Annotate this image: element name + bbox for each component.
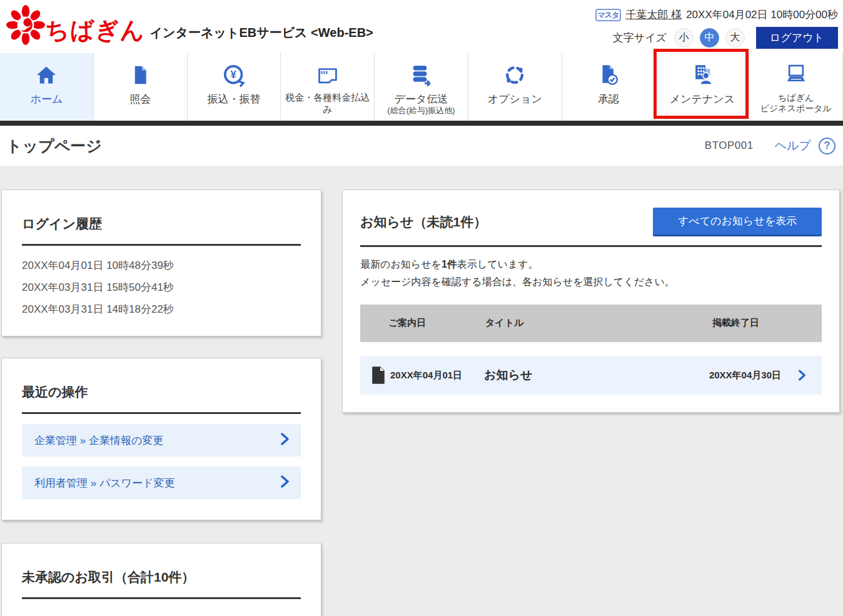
brand: ちばぎん インターネットEBサービス <Web-EB> <box>6 5 373 48</box>
nav-bottom-bar <box>0 121 843 126</box>
divider <box>360 245 822 247</box>
user-name-link[interactable]: 千葉太郎 様 <box>625 8 682 22</box>
font-size-small-button[interactable]: 小 <box>674 28 694 48</box>
recent-operations-card: 最近の操作 企業管理 » 企業情報の変更 利用者管理 » パスワード変更 <box>1 358 321 520</box>
recent-operations-title: 最近の操作 <box>22 383 301 401</box>
login-history-entry: 20XX年03月31日 14時18分22秒 <box>22 298 301 320</box>
maintenance-icon <box>690 61 715 89</box>
page-title-row: トップページ BTOP001 ヘルプ ? <box>0 126 843 166</box>
font-size-medium-button[interactable]: 中 <box>700 28 719 48</box>
notice-end-date: 20XX年04月30日 <box>709 370 781 381</box>
recent-operation-link-corporate[interactable]: 企業管理 » 企業情報の変更 <box>22 424 301 457</box>
main-navigation: ホーム 照会 ¥ 振込・振替 税金・各種料金払込み <box>0 53 843 121</box>
data-transfer-icon <box>409 61 434 89</box>
chevron-right-icon <box>280 475 290 491</box>
divider <box>22 244 301 246</box>
logout-button[interactable]: ログアウト <box>756 27 838 49</box>
header: ちばぎん インターネットEBサービス <Web-EB> マスタ 千葉太郎 様 2… <box>0 0 843 53</box>
notice-title: お知らせ <box>484 367 532 383</box>
notices-title: お知らせ（未読1件） <box>360 213 487 231</box>
font-size-large-button[interactable]: 大 <box>725 28 745 48</box>
column-header-title: タイトル <box>485 317 523 329</box>
main-content: ログイン履歴 20XX年04月01日 10時48分39秒 20XX年03月31日… <box>0 166 843 616</box>
master-badge: マスタ <box>595 9 622 21</box>
nav-item-business-portal[interactable]: ちばぎん ビジネスポータル <box>749 53 843 121</box>
nav-item-home[interactable]: ホーム <box>0 53 94 121</box>
chevron-right-icon <box>280 432 290 448</box>
nav-item-maintenance[interactable]: メンテナンス <box>655 53 749 121</box>
help-icon[interactable]: ? <box>819 138 835 154</box>
notice-file-icon <box>371 366 385 386</box>
login-history-entry: 20XX年03月31日 15時50分41秒 <box>22 276 301 298</box>
nav-item-inquiry[interactable]: 照会 <box>94 53 188 121</box>
divider <box>22 412 301 414</box>
approval-icon <box>597 61 620 89</box>
pending-transactions-title: 未承認のお取引（合計10件） <box>22 568 301 586</box>
options-icon <box>503 61 527 89</box>
recent-operation-link-user[interactable]: 利用者管理 » パスワード変更 <box>22 467 301 499</box>
column-header-end-date: 掲載終了日 <box>712 317 759 329</box>
notices-table-header: ご案内日 タイトル 掲載終了日 <box>360 305 822 342</box>
document-icon <box>129 61 151 89</box>
nav-item-options[interactable]: オプション <box>468 53 562 121</box>
divider <box>22 597 301 599</box>
login-history-title: ログイン履歴 <box>22 215 301 233</box>
page-title: トップページ <box>6 136 102 156</box>
page-code: BTOP001 <box>705 139 754 152</box>
font-size-label: 文字サイズ <box>613 31 667 45</box>
brand-name: ちばぎん <box>45 13 145 48</box>
nav-item-tax-payment[interactable]: 税金・各種料金払込み <box>281 53 375 121</box>
nav-item-approval[interactable]: 承認 <box>562 53 656 121</box>
chevron-right-icon <box>797 369 806 384</box>
show-all-notices-button[interactable]: すべてのお知らせを表示 <box>653 208 822 236</box>
notice-row[interactable]: 20XX年04月01日 お知らせ 20XX年04月30日 <box>360 356 822 395</box>
service-name: インターネットEBサービス <Web-EB> <box>150 24 373 41</box>
yen-transfer-icon: ¥ <box>221 61 246 89</box>
login-history-card: ログイン履歴 20XX年04月01日 10時48分39秒 20XX年03月31日… <box>1 189 321 336</box>
home-icon <box>34 61 58 89</box>
business-portal-icon <box>783 61 809 89</box>
notices-card: お知らせ（未読1件） すべてのお知らせを表示 最新のお知らせを1件表示しています… <box>342 189 840 413</box>
current-datetime: 20XX年04月02日 10時00分00秒 <box>686 8 838 22</box>
pending-transactions-card: 未承認のお取引（合計10件） <box>1 543 321 616</box>
payment-slip-icon <box>315 61 340 89</box>
notice-date: 20XX年04月01日 <box>390 370 462 381</box>
login-history-entry: 20XX年04月01日 10時48分39秒 <box>22 255 301 276</box>
nav-item-transfer[interactable]: ¥ 振込・振替 <box>188 53 281 121</box>
notices-description: 最新のお知らせを1件表示しています。 メッセージ内容を確認する場合は、各お知らせ… <box>360 256 822 291</box>
header-right: マスタ 千葉太郎 様 20XX年04月02日 10時00分00秒 文字サイズ 小… <box>595 8 838 49</box>
column-header-date: ご案内日 <box>388 317 426 329</box>
chibagin-flower-logo-icon <box>6 5 45 48</box>
nav-item-data-transmission[interactable]: データ伝送 (総合(給与)振込他) <box>375 53 468 121</box>
help-link[interactable]: ヘルプ <box>775 138 811 154</box>
svg-text:¥: ¥ <box>230 69 236 81</box>
